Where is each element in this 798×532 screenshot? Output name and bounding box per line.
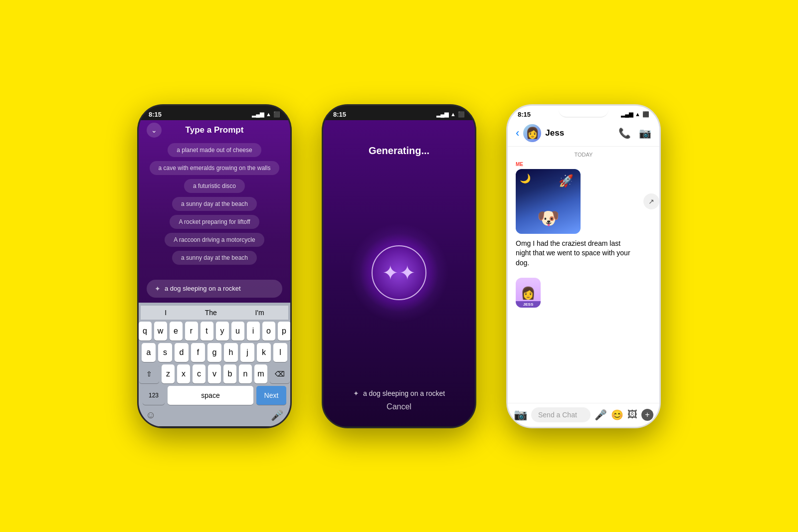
jess-label: JESS [516, 301, 541, 308]
phone3-body: ‹ 👩 Jess 📞 📷 TODAY ME 🐶 [508, 120, 659, 426]
prompt-suggestions: a planet made out of cheese a cave with … [139, 139, 290, 277]
suggestion-i[interactable]: I [165, 309, 167, 317]
suggestion-2[interactable]: a futuristic disco [184, 179, 245, 193]
key-s[interactable]: s [158, 343, 172, 362]
camera-icon[interactable]: 📷 [514, 408, 527, 421]
key-space[interactable]: space [168, 386, 253, 405]
chat-input-bar: 📷 Send a Chat 🎤 😊 🖼 + [508, 403, 659, 426]
key-d[interactable]: d [175, 343, 189, 362]
key-a[interactable]: a [142, 343, 156, 362]
suggestion-1[interactable]: a cave with emeralds growing on the wall… [150, 161, 280, 175]
keyboard-row-2: a s d f g h j k l [141, 343, 288, 362]
notch-3 [559, 106, 608, 118]
glow-outer: ✦✦ [359, 233, 439, 313]
share-button[interactable]: ↗ [643, 193, 659, 209]
phones-container: 8:15 ▂▄▆ ▲ ⬛ ⌄ Type a Prompt a planet ma… [117, 84, 681, 448]
key-b[interactable]: b [223, 364, 236, 383]
jess-face: 👩 [521, 286, 536, 300]
keyboard-row-4: 123 space Next [141, 386, 288, 405]
chat-name: Jess [545, 128, 618, 138]
next-button[interactable]: Next [256, 386, 286, 405]
keyboard-bottom-row: ☺ 🎤 [141, 407, 288, 424]
chat-image-container: 🐶 🚀 🌙 ↗ [516, 169, 651, 234]
jess-avatar-area: 👩 JESS [516, 278, 651, 308]
prompt-title: Type a Prompt [186, 125, 244, 135]
phone2-body: Generating... ✦✦ ✦ a dog sleeping on a r… [323, 120, 475, 426]
notch-1 [190, 106, 239, 118]
chat-date: TODAY [516, 152, 651, 158]
key-y[interactable]: y [216, 322, 229, 341]
key-n[interactable]: n [239, 364, 252, 383]
key-j[interactable]: j [240, 343, 254, 362]
keyboard: I The I'm q w e r t y u i o p a [139, 303, 290, 426]
chat-input[interactable]: Send a Chat [531, 407, 591, 422]
battery-icon-2: ⬛ [458, 111, 465, 118]
key-k[interactable]: k [257, 343, 271, 362]
keyboard-row-1: q w e r t y u i o p [141, 322, 288, 341]
time-1: 8:15 [149, 111, 162, 118]
status-icons-2: ▂▄▆ ▲ ⬛ [436, 111, 465, 118]
sticker-icon-chat[interactable]: 🖼 [627, 409, 637, 421]
generating-title: Generating... [369, 145, 429, 157]
emoji-key[interactable]: ☺ [146, 409, 156, 421]
key-f[interactable]: f [191, 343, 205, 362]
battery-icon-1: ⬛ [273, 111, 280, 118]
key-e[interactable]: e [170, 322, 183, 341]
key-u[interactable]: u [231, 322, 244, 341]
emoji-icon-chat[interactable]: 😊 [611, 409, 623, 421]
keyboard-row-3: ⇧ z x c v b n m ⌫ [141, 364, 288, 383]
suggestion-5[interactable]: A raccoon driving a motorcycle [165, 233, 264, 247]
gen-sparkle-icon: ✦ [353, 389, 359, 397]
back-button[interactable]: ⌄ [147, 123, 162, 138]
key-123[interactable]: 123 [143, 386, 165, 405]
key-p[interactable]: p [278, 322, 291, 341]
suggestion-the[interactable]: The [205, 309, 217, 317]
key-i[interactable]: i [247, 322, 260, 341]
key-o[interactable]: o [262, 322, 275, 341]
phone-call-icon[interactable]: 📞 [618, 127, 631, 139]
chat-icons: 📞 📷 [618, 127, 651, 139]
wifi-icon-2: ▲ [450, 111, 456, 117]
wifi-icon-3: ▲ [635, 111, 640, 117]
chat-avatar: 👩 [523, 124, 541, 142]
video-call-icon[interactable]: 📷 [639, 127, 651, 139]
key-x[interactable]: x [177, 364, 190, 383]
gen-prompt-text: a dog sleeping on a rocket [363, 389, 445, 397]
key-m[interactable]: m [254, 364, 267, 383]
time-2: 8:15 [333, 111, 346, 118]
prompt-header: ⌄ Type a Prompt [139, 120, 290, 139]
mic-icon-chat[interactable]: 🎤 [595, 409, 607, 421]
add-icon-chat[interactable]: + [641, 409, 653, 421]
suggestion-im[interactable]: I'm [255, 309, 264, 317]
cancel-button[interactable]: Cancel [387, 402, 411, 411]
key-backspace[interactable]: ⌫ [270, 364, 290, 383]
mic-key[interactable]: 🎤 [271, 409, 283, 421]
key-shift[interactable]: ⇧ [139, 364, 159, 383]
key-q[interactable]: q [139, 322, 152, 341]
glow-circle-container: ✦✦ [359, 157, 439, 389]
jess-avatar: 👩 JESS [516, 278, 541, 308]
key-g[interactable]: g [207, 343, 221, 362]
prompt-input-text[interactable]: a dog sleeping on a rocket [165, 285, 274, 292]
signal-icon-3: ▂▄▆ [621, 111, 633, 118]
suggestion-6[interactable]: a sunny day at the beach [172, 251, 257, 265]
time-3: 8:15 [518, 111, 531, 118]
suggestion-4[interactable]: A rocket preparing for liftoff [170, 215, 259, 229]
phone-3: 8:15 ▂▄▆ ▲ ⬛ ‹ 👩 Jess 📞 📷 TODAY [506, 104, 661, 428]
key-z[interactable]: z [162, 364, 175, 383]
suggestion-0[interactable]: a planet made out of cheese [168, 143, 261, 157]
phone-2: 8:15 ▂▄▆ ▲ ⬛ Generating... ✦✦ ✦ a d [322, 104, 476, 428]
notch-2 [374, 106, 424, 118]
phone-1: 8:15 ▂▄▆ ▲ ⬛ ⌄ Type a Prompt a planet ma… [137, 104, 292, 428]
key-c[interactable]: c [193, 364, 205, 383]
signal-icon-1: ▂▄▆ [252, 111, 264, 118]
suggestion-3[interactable]: a sunny day at the beach [172, 197, 257, 211]
key-l[interactable]: l [273, 343, 287, 362]
key-h[interactable]: h [224, 343, 238, 362]
chat-back-arrow[interactable]: ‹ [516, 127, 519, 140]
key-r[interactable]: r [185, 322, 198, 341]
key-w[interactable]: w [154, 322, 167, 341]
key-t[interactable]: t [200, 322, 213, 341]
key-v[interactable]: v [208, 364, 221, 383]
keyboard-suggestions: I The I'm [141, 306, 288, 320]
